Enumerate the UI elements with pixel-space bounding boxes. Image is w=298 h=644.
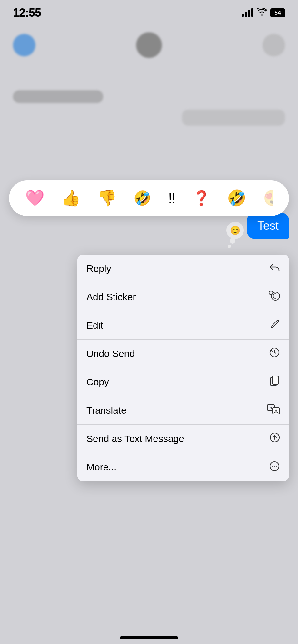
emoji-more-partial: 😍 bbox=[263, 190, 273, 206]
emoji-reaction-bar[interactable]: 🩷 👍 👎 🤣 ‼️ ❓ 🤣 😍 bbox=[9, 180, 289, 216]
message-bubble: Test bbox=[247, 213, 289, 239]
menu-item-translate[interactable]: Translate A 文 bbox=[77, 396, 289, 425]
menu-item-more[interactable]: More... bbox=[77, 453, 289, 481]
send-text-icon bbox=[270, 432, 280, 445]
bg-avatar-center bbox=[136, 32, 162, 58]
menu-item-send-as-text[interactable]: Send as Text Message bbox=[77, 425, 289, 453]
emoji-haha[interactable]: 🤣 bbox=[134, 191, 151, 205]
menu-item-more-label: More... bbox=[86, 462, 116, 473]
menu-item-add-sticker-label: Add Sticker bbox=[86, 292, 136, 303]
emoji-rofl[interactable]: 🤣 bbox=[227, 190, 246, 206]
translate-icon: A 文 bbox=[267, 404, 280, 417]
emoji-heart[interactable]: 🩷 bbox=[25, 190, 45, 206]
emoji-thumbsdown[interactable]: 👎 bbox=[97, 190, 117, 206]
copy-icon bbox=[270, 375, 280, 389]
sticker-icon bbox=[268, 290, 280, 303]
menu-item-undo-send-label: Undo Send bbox=[86, 348, 135, 359]
emoji-exclamation[interactable]: ‼️ bbox=[168, 190, 176, 206]
svg-text:A: A bbox=[269, 405, 273, 410]
menu-item-translate-label: Translate bbox=[86, 405, 126, 416]
edit-icon bbox=[270, 319, 280, 331]
reaction-emoji: 😊 bbox=[230, 226, 240, 235]
reply-icon bbox=[269, 263, 280, 274]
signal-icon bbox=[242, 9, 253, 17]
undo-send-icon bbox=[269, 347, 280, 360]
bg-avatar-right bbox=[263, 34, 285, 56]
bg-avatar-left bbox=[13, 34, 35, 56]
menu-item-copy-label: Copy bbox=[86, 377, 109, 388]
home-indicator bbox=[120, 636, 178, 639]
emoji-question[interactable]: ❓ bbox=[193, 191, 210, 205]
message-area: 😊 Test bbox=[226, 213, 289, 239]
menu-item-edit-label: Edit bbox=[86, 320, 103, 331]
menu-item-edit[interactable]: Edit bbox=[77, 311, 289, 340]
svg-point-16 bbox=[274, 466, 275, 467]
status-bar: 12:55 54 bbox=[0, 0, 298, 26]
emoji-thumbsup[interactable]: 👍 bbox=[61, 190, 81, 206]
wifi-icon bbox=[257, 8, 267, 18]
status-icons: 54 bbox=[242, 8, 285, 18]
menu-item-send-as-text-label: Send as Text Message bbox=[86, 433, 184, 444]
context-menu: Reply Add Sticker Edit bbox=[77, 255, 289, 481]
svg-point-17 bbox=[276, 466, 277, 467]
svg-point-15 bbox=[272, 466, 273, 467]
bg-message-sent bbox=[13, 90, 103, 103]
status-time: 12:55 bbox=[13, 6, 41, 20]
menu-item-add-sticker[interactable]: Add Sticker bbox=[77, 283, 289, 311]
more-icon bbox=[269, 461, 280, 474]
menu-item-undo-send[interactable]: Undo Send bbox=[77, 340, 289, 368]
svg-text:文: 文 bbox=[274, 409, 278, 413]
bg-message-received bbox=[182, 110, 285, 126]
reaction-bubble: 😊 bbox=[226, 222, 244, 239]
menu-item-copy[interactable]: Copy bbox=[77, 368, 289, 396]
menu-item-reply-label: Reply bbox=[86, 263, 111, 274]
battery-icon: 54 bbox=[270, 8, 285, 17]
menu-item-reply[interactable]: Reply bbox=[77, 255, 289, 283]
svg-rect-6 bbox=[272, 376, 279, 384]
